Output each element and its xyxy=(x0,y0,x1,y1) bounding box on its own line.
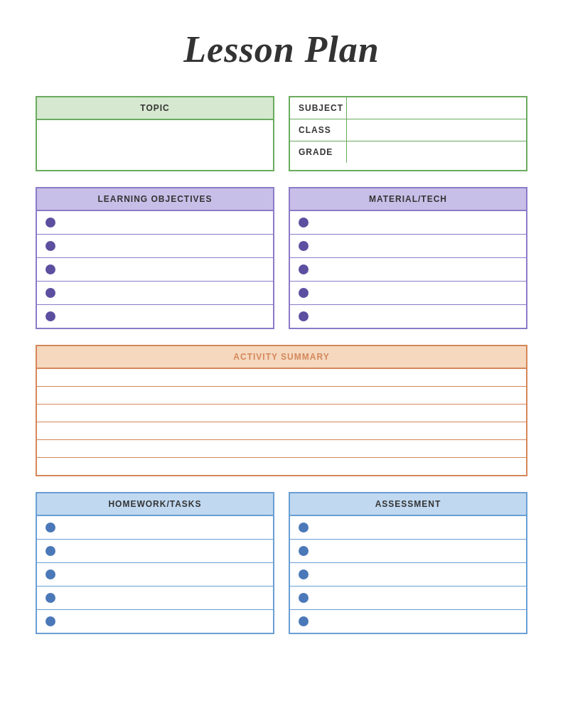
assessment-row-1[interactable] xyxy=(290,516,526,540)
homework-row-4[interactable] xyxy=(37,587,273,610)
subject-row: SUBJECT xyxy=(290,97,526,119)
page-title: Lesson Plan xyxy=(36,28,527,70)
objectives-row-4[interactable] xyxy=(37,282,273,305)
assessment-bullet-3 xyxy=(299,569,309,579)
material-row-2[interactable] xyxy=(290,235,526,258)
subject-label: SUBJECT xyxy=(290,97,347,119)
activity-row-6[interactable] xyxy=(37,458,526,475)
class-value[interactable] xyxy=(347,119,526,141)
objectives-row-3[interactable] xyxy=(37,258,273,282)
material-header: MATERIAL/TECH xyxy=(290,188,526,211)
activity-row-1[interactable] xyxy=(37,369,526,387)
homework-row-5[interactable] xyxy=(37,610,273,633)
assessment-bullet-5 xyxy=(299,616,309,626)
assessment-row-3[interactable] xyxy=(290,563,526,587)
material-box: MATERIAL/TECH xyxy=(289,187,527,329)
objectives-row-2[interactable] xyxy=(37,235,273,258)
material-row-1[interactable] xyxy=(290,211,526,235)
homework-row-1[interactable] xyxy=(37,516,273,540)
assessment-box: ASSESSMENT xyxy=(289,492,527,634)
assessment-header: ASSESSMENT xyxy=(290,493,526,516)
lesson-plan-page: Lesson Plan TOPIC SUBJECT CLASS GRADE LE… xyxy=(0,0,563,728)
bullet-icon-4 xyxy=(45,288,55,298)
activity-row-3[interactable] xyxy=(37,405,526,422)
grade-row: GRADE xyxy=(290,141,526,163)
grade-value[interactable] xyxy=(347,141,526,163)
assessment-row-5[interactable] xyxy=(290,610,526,633)
homework-bullet-2 xyxy=(45,546,55,556)
objectives-header: LEARNING OBJECTIVES xyxy=(37,188,273,211)
homework-row-3[interactable] xyxy=(37,563,273,587)
topic-header: TOPIC xyxy=(37,97,273,120)
subject-value[interactable] xyxy=(347,97,526,119)
activity-row-5[interactable] xyxy=(37,440,526,458)
homework-header: HOMEWORK/TASKS xyxy=(37,493,273,516)
material-bullet-1 xyxy=(299,218,309,228)
activity-row-2[interactable] xyxy=(37,387,526,405)
material-row-5[interactable] xyxy=(290,305,526,328)
activity-section: ACTIVITY SUMMARY xyxy=(36,345,527,476)
objectives-row-1[interactable] xyxy=(37,211,273,235)
homework-box: HOMEWORK/TASKS xyxy=(36,492,274,634)
assessment-bullet-1 xyxy=(299,523,309,532)
bullet-icon-1 xyxy=(45,218,55,228)
material-bullet-4 xyxy=(299,288,309,298)
material-row-3[interactable] xyxy=(290,258,526,282)
top-section: TOPIC SUBJECT CLASS GRADE xyxy=(36,96,527,171)
bottom-section: HOMEWORK/TASKS ASSESSMENT xyxy=(36,492,527,634)
subject-box: SUBJECT CLASS GRADE xyxy=(289,96,527,171)
homework-row-2[interactable] xyxy=(37,540,273,563)
homework-bullet-4 xyxy=(45,593,55,603)
homework-bullet-5 xyxy=(45,616,55,626)
activity-row-4[interactable] xyxy=(37,422,526,440)
objectives-box: LEARNING OBJECTIVES xyxy=(36,187,274,329)
class-label: CLASS xyxy=(290,119,347,141)
class-row: CLASS xyxy=(290,119,526,141)
material-bullet-5 xyxy=(299,311,309,321)
assessment-bullet-2 xyxy=(299,546,309,556)
material-bullet-2 xyxy=(299,241,309,251)
assessment-bullet-4 xyxy=(299,593,309,603)
bullet-icon-3 xyxy=(45,264,55,274)
objectives-row-5[interactable] xyxy=(37,305,273,328)
topic-box: TOPIC xyxy=(36,96,274,171)
homework-bullet-3 xyxy=(45,569,55,579)
homework-bullet-1 xyxy=(45,523,55,532)
assessment-row-4[interactable] xyxy=(290,587,526,610)
assessment-row-2[interactable] xyxy=(290,540,526,563)
activity-header: ACTIVITY SUMMARY xyxy=(37,346,526,369)
material-bullet-3 xyxy=(299,264,309,274)
middle-section: LEARNING OBJECTIVES MATERIAL/TECH xyxy=(36,187,527,329)
material-row-4[interactable] xyxy=(290,282,526,305)
topic-body[interactable] xyxy=(37,120,273,170)
bullet-icon-2 xyxy=(45,241,55,251)
bullet-icon-5 xyxy=(45,311,55,321)
grade-label: GRADE xyxy=(290,141,347,163)
